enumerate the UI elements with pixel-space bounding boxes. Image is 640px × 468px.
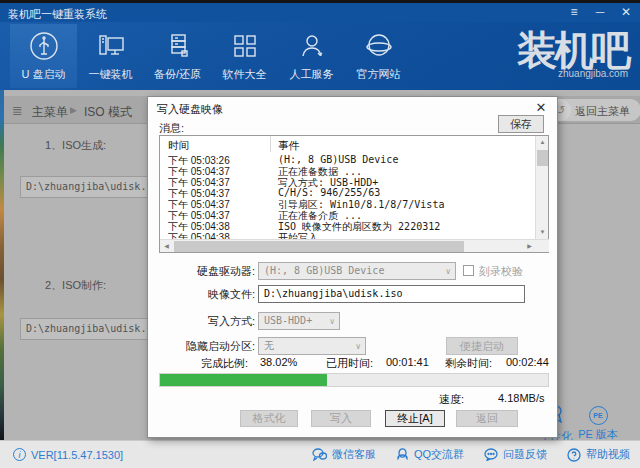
log-row: 下午 05:04:37C/H/S: 946/255/63 xyxy=(160,187,535,198)
done-value: 38.02% xyxy=(260,356,297,368)
vertical-scrollbar[interactable]: ▲ ▼ xyxy=(535,136,548,239)
nav-item-software[interactable]: 软件大全 xyxy=(211,24,278,88)
feedback-link[interactable]: 问题反馈 xyxy=(484,447,547,462)
log-column-time: 时间 xyxy=(168,139,189,153)
app-window: 装机吧一键重装系统 ≡ ─ ✕ U 盘启动 一键装机 xyxy=(0,0,640,468)
write-method-dropdown[interactable]: USB-HDD+∨ xyxy=(258,312,340,330)
event-log-panel: 时间 事件 下午 05:03:26(H:, 8 GB)USB Device 下午… xyxy=(159,135,549,253)
nav-label: 一键装机 xyxy=(89,67,133,82)
nav-item-one-key-install[interactable]: 一键装机 xyxy=(77,24,144,88)
breadcrumb-current: ISO 模式 xyxy=(84,104,132,121)
qq-group-link[interactable]: QQ交流群 xyxy=(396,447,464,462)
help-video-link[interactable]: 帮助视频 xyxy=(567,447,630,462)
wechat-support-link[interactable]: 微信客服 xyxy=(312,447,376,462)
image-file-label: 映像文件: xyxy=(155,287,255,302)
desktop-wallpaper-sliver xyxy=(0,90,4,440)
nav-item-support[interactable]: 人工服务 xyxy=(278,24,345,88)
globe-icon xyxy=(363,29,395,63)
scroll-left-icon[interactable]: ◀ xyxy=(160,240,173,253)
link-label: QQ交流群 xyxy=(414,447,464,462)
save-button[interactable]: 保存 xyxy=(498,115,544,133)
main-nav: U 盘启动 一键装机 备份/还原 软件大全 xyxy=(0,22,640,90)
format-button[interactable]: 格式化 xyxy=(240,410,298,427)
horizontal-scroll-thumb[interactable] xyxy=(174,241,464,252)
log-rows: 下午 05:03:26(H:, 8 GB)USB Device 下午 05:04… xyxy=(160,154,535,240)
chevron-down-icon: ∨ xyxy=(329,314,335,330)
nav-label: 人工服务 xyxy=(290,67,334,82)
scroll-down-icon[interactable]: ▼ xyxy=(536,226,549,239)
chevron-down-icon: ∨ xyxy=(445,264,451,280)
computer-icon xyxy=(95,29,127,63)
return-button[interactable]: 返回 xyxy=(456,410,518,427)
back-button-label: 返回主菜单 xyxy=(575,104,630,119)
hidden-partition-value: 无 xyxy=(264,340,274,351)
pe-version-item[interactable]: PE PE 版本 xyxy=(570,404,626,442)
nav-item-website[interactable]: 官方网站 xyxy=(345,24,412,88)
title-bar: 装机吧一键重装系统 ≡ ─ ✕ xyxy=(0,3,640,22)
hidden-partition-dropdown[interactable]: 无∨ xyxy=(258,337,366,355)
close-icon[interactable]: ✕ xyxy=(618,4,634,20)
iso-make-label: 2、ISO制作: xyxy=(45,278,106,293)
breadcrumb-separator-icon: ▶ xyxy=(70,105,77,115)
pe-version-icon: PE xyxy=(589,406,608,425)
write-method-label: 写入方式: xyxy=(155,314,255,329)
log-row: 下午 05:04:37引导扇区: Win10/8.1/8/7/Vista xyxy=(160,198,535,209)
scroll-up-icon[interactable]: ▲ xyxy=(536,136,549,149)
support-person-icon xyxy=(296,29,328,63)
info-icon: i xyxy=(13,448,26,461)
speed-label: 速度: xyxy=(439,392,464,407)
list-menu-icon[interactable]: ≣ xyxy=(12,103,23,118)
vertical-scroll-thumb[interactable] xyxy=(537,150,548,166)
abort-button[interactable]: 终止[A] xyxy=(385,410,445,427)
log-row: 下午 05:04:37正在准备数据 ... xyxy=(160,165,535,176)
nav-label: 软件大全 xyxy=(223,67,267,82)
window-title: 装机吧一键重装系统 xyxy=(8,7,107,22)
write-button[interactable]: 写入 xyxy=(311,410,371,427)
hidden-partition-label: 隐藏启动分区: xyxy=(155,339,255,354)
version-info: i VER[11.5.47.1530] xyxy=(13,448,123,461)
log-row: 下午 05:03:26(H:, 8 GB)USB Device xyxy=(160,154,535,165)
window-controls: ≡ ─ ✕ xyxy=(566,4,634,20)
link-label: 微信客服 xyxy=(332,447,376,462)
verify-label: 刻录校验 xyxy=(479,264,523,279)
log-row: 下午 05:04:37正在准备介质 ... xyxy=(160,209,535,220)
menu-icon[interactable]: ≡ xyxy=(566,4,582,20)
verify-checkbox[interactable] xyxy=(463,265,474,276)
qq-icon xyxy=(396,448,409,462)
image-file-input[interactable]: D:\zhuangjiba\udisk.iso xyxy=(258,285,525,303)
dialog-close-icon[interactable]: ✕ xyxy=(533,100,549,115)
nav-item-usb-boot[interactable]: U 盘启动 xyxy=(10,24,77,88)
iso-generate-label: 1、ISO生成: xyxy=(45,138,106,153)
log-row: 下午 05:04:38ISO 映像文件的扇区数为 2220312 xyxy=(160,220,535,231)
apps-grid-icon xyxy=(229,29,261,63)
write-disk-image-dialog: 写入硬盘映像 ✕ 消息: 保存 时间 事件 下午 05:03:26(H:, 8 … xyxy=(147,96,558,438)
backup-server-icon xyxy=(162,29,194,63)
wechat-icon xyxy=(312,448,327,461)
elapsed-value: 00:01:41 xyxy=(386,356,429,368)
nav-label: U 盘启动 xyxy=(22,67,66,82)
log-event: C/H/S: 946/255/63 xyxy=(278,187,380,198)
quick-boot-button[interactable]: 便捷启动 xyxy=(446,337,518,355)
back-to-main-menu-button[interactable]: ↺ 返回主菜单 xyxy=(549,99,640,121)
dialog-title: 写入硬盘映像 xyxy=(157,102,223,117)
chevron-down-icon: ∨ xyxy=(355,339,361,355)
breadcrumb-root[interactable]: 主菜单 xyxy=(32,104,68,121)
log-event: (H:, 8 GB)USB Device xyxy=(278,154,398,165)
remain-label: 剩余时间: xyxy=(445,356,492,371)
progress-bar xyxy=(159,373,549,387)
scroll-right-icon[interactable]: ▶ xyxy=(523,240,536,253)
usb-icon xyxy=(28,29,60,63)
minimize-icon[interactable]: ─ xyxy=(592,4,608,20)
nav-label: 备份/还原 xyxy=(154,67,201,82)
drive-label: 硬盘驱动器: xyxy=(155,264,255,279)
logo-text: 装机吧 xyxy=(517,28,628,72)
nav-label: 官方网站 xyxy=(357,67,401,82)
drive-dropdown[interactable]: (H:, 8 GB)USB Device∨ xyxy=(258,262,456,280)
log-column-event: 事件 xyxy=(278,139,299,153)
link-label: 帮助视频 xyxy=(586,447,630,462)
elapsed-label: 已用时间: xyxy=(326,356,373,371)
remain-value: 00:02:44 xyxy=(506,356,549,368)
nav-item-backup-restore[interactable]: 备份/还原 xyxy=(144,24,211,88)
done-label: 完成比例: xyxy=(201,356,248,371)
horizontal-scrollbar[interactable]: ◀ ▶ xyxy=(160,239,549,252)
